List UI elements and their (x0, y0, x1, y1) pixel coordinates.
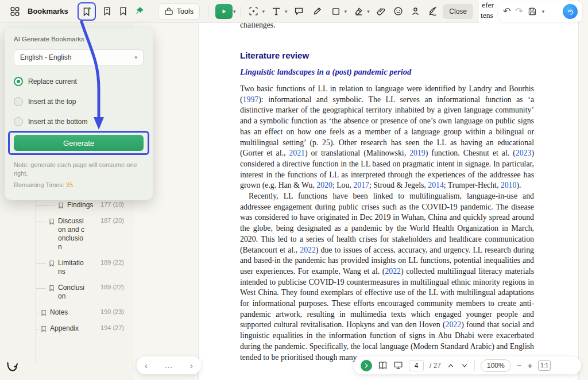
panel-title: Bookmarks (28, 7, 68, 15)
bookmark-label: Conclusion (58, 284, 87, 301)
status-bar: / 27 100% − + 1:1 (354, 356, 581, 374)
bookmark-page-number: 189 (22) (100, 259, 124, 266)
close-button[interactable]: Close (443, 4, 473, 19)
tools-label: Tools (177, 7, 194, 15)
bookmark-icon (48, 260, 55, 267)
body-text: Recently, LL functions have been linked … (240, 192, 534, 254)
bookmark-page-number: 190 (23) (100, 308, 124, 315)
toolbar-divider (208, 6, 208, 17)
prev-page-icon[interactable]: ‹ (145, 360, 148, 370)
previous-page-icon[interactable] (447, 362, 455, 370)
subsection-heading: Linguistic landscapes in a (post) pandem… (240, 67, 411, 77)
attachment-icon[interactable] (373, 3, 389, 20)
language-selected-value: English - English (20, 53, 71, 61)
expand-panel-icon[interactable] (361, 360, 372, 371)
remaining-label: Remaining Times: (14, 181, 64, 188)
popup-options: Replace currentInsert at the topInsert a… (14, 76, 144, 127)
citation-link[interactable]: 1997 (243, 95, 259, 104)
citation-link[interactable]: 2020 (316, 181, 332, 189)
bookmark-icon (40, 309, 47, 316)
citation-link[interactable]: 2023 (516, 149, 532, 157)
doc-clipped-text: tens (481, 11, 493, 20)
citation-link[interactable]: 2014 (428, 181, 444, 189)
shape-tool-icon[interactable] (328, 3, 344, 20)
toolbox-icon (164, 7, 173, 16)
citation-link[interactable]: 2022 (300, 246, 316, 254)
redo-icon[interactable]: ↷ (515, 7, 523, 16)
page-number-input[interactable] (409, 360, 424, 371)
zoom-out-icon[interactable]: − (517, 361, 522, 370)
actual-size-button[interactable]: 1:1 (538, 360, 551, 371)
citation-link[interactable]: 2010 (501, 181, 517, 189)
presentation-icon[interactable] (393, 360, 403, 370)
zoom-level-button[interactable]: 100% (481, 359, 511, 372)
play-button[interactable] (215, 4, 233, 19)
pencil-tool-icon[interactable] (310, 3, 326, 20)
citation-link[interactable]: 2021 (289, 149, 305, 157)
body-text: ; Lou, (332, 181, 353, 189)
ai-generate-bookmarks-button[interactable] (78, 2, 96, 21)
chevron-down-icon[interactable]: ▾ (262, 9, 265, 14)
sticker-icon[interactable] (390, 3, 407, 20)
text-tool-icon[interactable] (268, 3, 284, 20)
reader-mode-icon[interactable] (378, 360, 388, 370)
radio-label: Replace current (28, 77, 77, 86)
tools-button[interactable]: Tools (158, 3, 200, 20)
citation-link[interactable]: 2019 (409, 149, 425, 157)
radio-selected-icon[interactable] (14, 77, 23, 86)
more-pages-button[interactable]: ... (165, 361, 173, 370)
body-text: ): informational and symbolic. The LL se… (240, 95, 534, 158)
bookmark-tree: Findings177 (10)Discussion and conclusio… (0, 201, 133, 340)
generate-button[interactable]: Generate (14, 135, 144, 151)
app-logo (6, 360, 18, 373)
bookmark-item[interactable]: Appendix194 (27) (0, 324, 133, 333)
popup-title: AI Generate Bookmarks (14, 36, 144, 42)
statusbar-divider (474, 360, 475, 371)
doc-body: Two basic functions of LL in relation to… (240, 84, 534, 363)
next-page-icon[interactable]: › (190, 360, 193, 370)
radio-option[interactable]: Replace current (14, 76, 144, 87)
ai-assistant-icon[interactable] (563, 4, 578, 19)
bookmark-icon (48, 285, 55, 292)
toolbar-divider (241, 6, 241, 17)
chevron-down-icon[interactable]: ▾ (233, 9, 236, 14)
bookmark-icon[interactable] (115, 3, 131, 20)
chevron-down-icon[interactable]: ▾ (345, 9, 347, 14)
radio-option[interactable]: Insert at the bottom (14, 116, 144, 127)
bookmark-item[interactable]: Findings177 (10) (0, 201, 133, 210)
chevron-down-icon[interactable]: ▾ (542, 9, 545, 14)
chevron-down-icon[interactable]: ▾ (367, 9, 370, 14)
bookmark-item[interactable]: Notes190 (23) (0, 308, 133, 317)
citation-link[interactable]: 2022 (446, 320, 462, 329)
eraser-tool-icon[interactable] (350, 3, 366, 20)
radio-option[interactable]: Insert at the top (14, 96, 144, 107)
body-text: ). (516, 181, 521, 189)
body-text: ; Trumper-Hecht, (444, 181, 501, 189)
radio-unselected-icon[interactable] (14, 97, 23, 106)
chevron-down-icon[interactable]: ▾ (285, 9, 288, 14)
zoom-in-icon[interactable]: + (527, 361, 532, 370)
save-icon[interactable] (528, 7, 537, 16)
comment-tool-icon[interactable] (291, 3, 307, 20)
language-select[interactable]: English - English ▾ (14, 49, 144, 65)
next-page-icon[interactable] (461, 362, 469, 370)
radio-unselected-icon[interactable] (14, 117, 23, 126)
paragraph: Recently, LL functions have been linked … (240, 191, 534, 363)
panel-toggle-icon[interactable] (7, 3, 23, 20)
chevron-down-icon: ▾ (134, 55, 137, 60)
screenshot-tool-icon[interactable] (246, 3, 262, 20)
citation-link[interactable]: 2022 (385, 267, 401, 276)
bookmark-label: Findings (67, 201, 96, 210)
bookmark-item[interactable]: Discussion and conclusion187 (20) (0, 217, 133, 251)
top-toolbar: Bookmarks Tools ▾ ▾ ▾ ▾ ▾ (0, 0, 479, 23)
ai-generate-bookmarks-popup: AI Generate Bookmarks English - English … (5, 28, 153, 200)
radio-label: Insert at the bottom (28, 118, 87, 126)
pin-icon[interactable] (131, 3, 148, 20)
signature-icon[interactable] (425, 3, 441, 20)
citation-link[interactable]: 2017 (353, 181, 369, 189)
bookmark-edit-icon[interactable] (99, 3, 115, 20)
undo-icon[interactable]: ↶ (503, 7, 510, 16)
bookmark-item[interactable]: Conclusion189 (22) (0, 284, 133, 301)
stamp-icon[interactable] (408, 3, 424, 20)
bookmark-item[interactable]: Limitations189 (22) (0, 259, 133, 276)
